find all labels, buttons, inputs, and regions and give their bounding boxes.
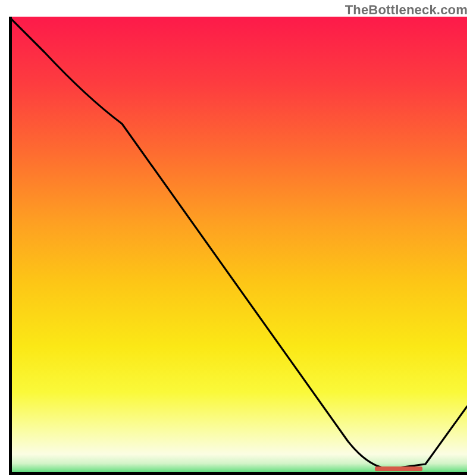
figure-root: TheBottleneck.com xyxy=(0,0,476,476)
plot-area xyxy=(9,17,467,475)
optimal-range-marker xyxy=(375,466,422,471)
y-axis-line xyxy=(9,17,12,475)
bottleneck-curve xyxy=(9,17,467,475)
curve-path xyxy=(9,17,467,469)
attribution-text: TheBottleneck.com xyxy=(345,2,468,18)
x-axis-line xyxy=(9,472,467,475)
